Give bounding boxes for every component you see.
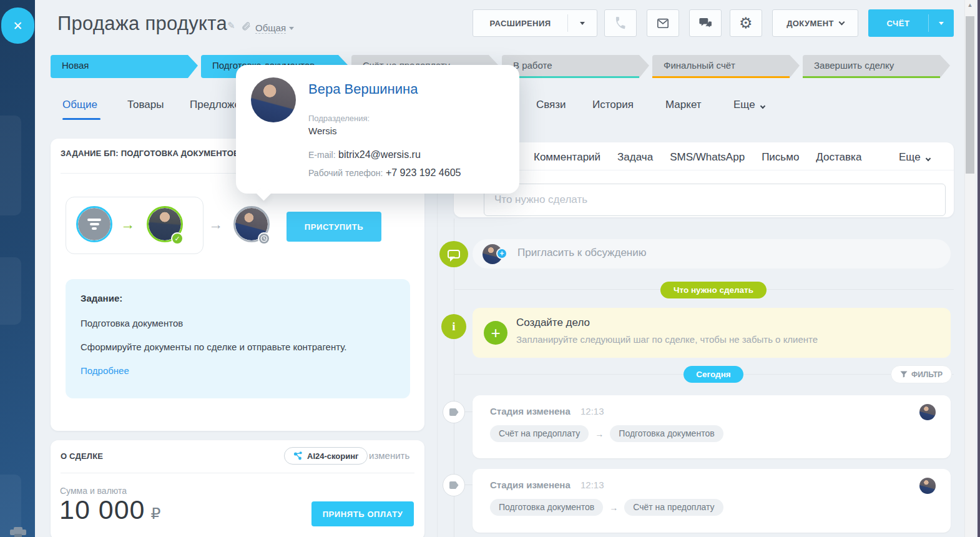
tab-market[interactable]: Маркет bbox=[665, 99, 702, 111]
filter-button-label: ФИЛЬТР bbox=[911, 370, 943, 379]
timeline-tab-delivery[interactable]: Доставка bbox=[816, 151, 861, 164]
link-paperclip-icon[interactable] bbox=[241, 21, 251, 34]
email-button[interactable] bbox=[647, 9, 679, 37]
settings-button[interactable]: ⚙ bbox=[730, 9, 762, 37]
page-title: Продажа продукта bbox=[57, 12, 227, 35]
scrollbar-thumb[interactable] bbox=[966, 16, 974, 174]
document-button[interactable]: ДОКУМЕНТ bbox=[772, 9, 858, 37]
tab-history[interactable]: История bbox=[592, 99, 634, 111]
profile-avatar[interactable] bbox=[251, 77, 296, 122]
invite-discussion-row[interactable]: + Пригласить к обсуждению bbox=[473, 239, 951, 268]
document-button-label: ДОКУМЕНТ bbox=[786, 19, 834, 28]
tab-general[interactable]: Общие bbox=[62, 99, 97, 111]
add-user-icon[interactable]: + bbox=[496, 248, 507, 259]
info-node: i bbox=[441, 314, 466, 339]
stage-tag-icon bbox=[449, 408, 459, 416]
filter-funnel-icon bbox=[900, 371, 908, 378]
divider bbox=[454, 170, 954, 170]
ai-molecule-icon bbox=[293, 451, 303, 461]
department-value: Wersis bbox=[308, 126, 337, 136]
invoice-split-button[interactable]: СЧЁТ bbox=[868, 9, 954, 37]
invoice-dropdown-arrow[interactable] bbox=[929, 19, 954, 28]
left-nav-rail: ✕ bbox=[0, 0, 35, 537]
connector bbox=[465, 411, 473, 412]
user-profile-popup: Вера Вершинина Подразделения: Wersis E-m… bbox=[236, 65, 519, 194]
workflow-arrow-icon: → bbox=[208, 216, 223, 233]
chevron-down-icon bbox=[925, 156, 930, 161]
pipeline-category-selector[interactable]: Общая bbox=[255, 22, 294, 33]
close-slider-button[interactable]: ✕ bbox=[1, 7, 34, 44]
task-title: Подготовка документов bbox=[81, 318, 183, 328]
add-activity-plus-icon[interactable]: + bbox=[484, 321, 507, 345]
edit-title-pencil-icon[interactable]: ✎ bbox=[227, 20, 235, 31]
mail-icon bbox=[656, 17, 670, 29]
task-more-link[interactable]: Подробнее bbox=[81, 365, 129, 376]
phone-value[interactable]: +7 923 192 4605 bbox=[386, 167, 461, 178]
timeline-entry: Стадия изменена 12:13 Подготовка докумен… bbox=[473, 469, 951, 533]
entry-title: Стадия изменена bbox=[490, 406, 571, 416]
pipeline-category-label: Общая bbox=[255, 22, 286, 34]
timeline-tab-more[interactable]: Еще bbox=[899, 151, 930, 164]
info-icon: i bbox=[452, 320, 455, 333]
today-date-badge: Сегодня bbox=[684, 366, 743, 383]
printer-icon[interactable] bbox=[10, 527, 26, 537]
timeline-tabs: Комментарий Задача SMS/WhatsApp Письмо Д… bbox=[534, 151, 861, 164]
workflow-arrow-icon: → bbox=[120, 216, 135, 233]
accept-payment-button[interactable]: ПРИНЯТЬ ОПЛАТУ bbox=[311, 501, 414, 526]
timeline-tab-letter[interactable]: Письмо bbox=[762, 151, 799, 164]
entry-title: Стадия изменена bbox=[490, 480, 571, 490]
timeline-tab-sms[interactable]: SMS/WhatsApp bbox=[670, 151, 745, 164]
stage-close-deal[interactable]: Завершить сделку bbox=[803, 55, 950, 78]
check-badge-icon: ✓ bbox=[171, 232, 184, 245]
stage-from-chip: Подготовка документов bbox=[490, 499, 603, 516]
email-value[interactable]: bitrix24@wersis.ru bbox=[338, 149, 421, 160]
task-description: Сформируйте документы по сделке и отправ… bbox=[81, 342, 346, 352]
extensions-dropdown-arrow[interactable] bbox=[568, 19, 597, 28]
tab-relations[interactable]: Связи bbox=[536, 99, 566, 111]
close-icon: ✕ bbox=[13, 19, 23, 33]
tab-more[interactable]: Еще bbox=[733, 99, 765, 111]
ai-badge-label: AI24-скоринг bbox=[307, 451, 359, 461]
timeline-tab-task[interactable]: Задача bbox=[617, 151, 653, 164]
chevron-down-icon bbox=[838, 19, 845, 25]
start-task-button[interactable]: ПРИСТУПИТЬ bbox=[287, 212, 381, 242]
email-label: E-mail: bbox=[308, 150, 336, 160]
ai-scoring-badge[interactable]: AI24-скоринг bbox=[284, 447, 368, 465]
hint-subtitle: Запланируйте следующий шаг по сделке, чт… bbox=[516, 334, 818, 345]
connector bbox=[465, 485, 473, 485]
extensions-button-label: РАСШИРЕНИЯ bbox=[473, 19, 567, 28]
business-process-icon bbox=[78, 208, 110, 240]
call-button[interactable] bbox=[604, 9, 637, 37]
invoice-button-label: СЧЁТ bbox=[868, 19, 928, 28]
window-edge bbox=[978, 0, 980, 537]
workflow-bp-avatar[interactable] bbox=[76, 206, 112, 242]
filter-button[interactable]: ФИЛЬТР bbox=[891, 365, 952, 383]
deal-edit-link[interactable]: изменить bbox=[369, 450, 409, 461]
invite-discussion-label: Пригласить к обсуждению bbox=[517, 247, 646, 259]
phone-icon bbox=[613, 16, 629, 31]
sidebar-decoration bbox=[0, 116, 21, 215]
profile-name-link[interactable]: Вера Вершинина bbox=[308, 81, 418, 97]
todo-section-badge[interactable]: Что нужно сделать bbox=[660, 282, 767, 298]
stage-final-invoice[interactable]: Финальный счёт bbox=[652, 55, 800, 78]
timeline-tab-comment[interactable]: Комментарий bbox=[534, 151, 600, 164]
tab-products[interactable]: Товары bbox=[127, 99, 164, 111]
stage-tag-icon bbox=[449, 481, 459, 489]
stage-new[interactable]: Новая bbox=[51, 55, 198, 78]
stage-in-progress[interactable]: В работе bbox=[502, 55, 649, 78]
stage-change-chips: Подготовка документов → Счёт на предопла… bbox=[490, 499, 723, 516]
entry-time: 12:13 bbox=[581, 480, 604, 490]
todo-composer-input[interactable] bbox=[484, 184, 946, 216]
stage-change-node bbox=[443, 401, 465, 423]
chevron-down-icon bbox=[760, 104, 765, 109]
scrollbar-up-arrow[interactable]: ▲ bbox=[964, 2, 976, 8]
chat-button[interactable] bbox=[689, 9, 722, 37]
chevron-down-icon bbox=[289, 27, 294, 30]
sidebar-decoration bbox=[0, 257, 21, 325]
column-divider bbox=[437, 145, 438, 537]
create-activity-hint-card[interactable]: + Создайте дело Запланируйте следующий ш… bbox=[473, 308, 951, 358]
extensions-split-button[interactable]: РАСШИРЕНИЯ bbox=[473, 9, 597, 37]
discussion-node bbox=[439, 241, 468, 267]
stage-to-chip: Счёт на предоплату bbox=[624, 499, 723, 516]
arrow-right-icon: → bbox=[595, 429, 604, 439]
